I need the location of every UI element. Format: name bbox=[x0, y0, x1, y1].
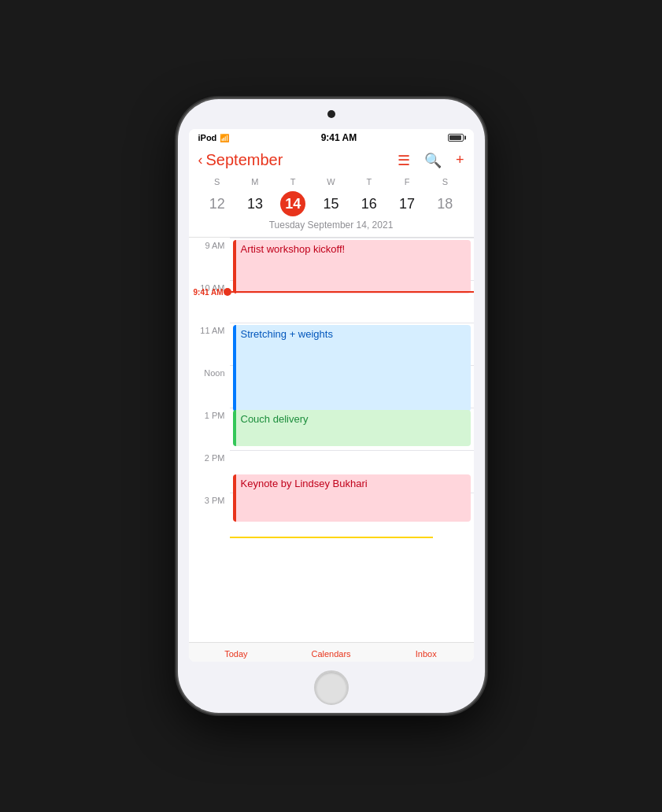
time-slot-1pm: 1 PM Couch delivery bbox=[189, 408, 474, 450]
search-icon[interactable]: 🔍 bbox=[424, 152, 442, 169]
timeline[interactable]: 9 AM Artist workshop kickoff! 9:41 AM 10… bbox=[189, 238, 474, 642]
yellow-line bbox=[230, 537, 433, 538]
tab-inbox-label: Inbox bbox=[416, 649, 437, 659]
tab-bar: Today Calendars Inbox bbox=[189, 642, 474, 662]
event-stretching[interactable]: Stretching + weights bbox=[233, 325, 471, 412]
tab-today-label: Today bbox=[224, 649, 247, 659]
header-top: ‹ September ☰ 🔍 + bbox=[198, 151, 464, 169]
date-18[interactable]: 18 bbox=[426, 191, 464, 216]
time-slot-9am: 9 AM Artist workshop kickoff! bbox=[189, 238, 474, 280]
header-actions: ☰ 🔍 + bbox=[398, 152, 464, 169]
date-13[interactable]: 13 bbox=[236, 191, 274, 216]
status-time: 9:41 AM bbox=[321, 132, 357, 143]
date-17[interactable]: 17 bbox=[388, 191, 426, 216]
time-label-2pm: 2 PM bbox=[189, 450, 230, 493]
tab-calendars[interactable]: Calendars bbox=[283, 648, 379, 659]
time-label-noon: Noon bbox=[189, 365, 230, 408]
day-label-thu: T bbox=[350, 175, 388, 188]
time-label-9am: 9 AM bbox=[189, 238, 230, 280]
device-model-label: iPod bbox=[198, 133, 217, 142]
screen: iPod 📶 9:41 AM ‹ September ☰ 🔍 + bbox=[189, 129, 474, 662]
time-content-2pm: Keynote by Lindsey Bukhari bbox=[230, 450, 474, 493]
list-icon[interactable]: ☰ bbox=[398, 152, 410, 169]
day-label-sat: S bbox=[426, 175, 464, 188]
status-right bbox=[448, 134, 464, 142]
current-time-label: 9:41 AM bbox=[189, 288, 227, 297]
time-slot-2pm: 2 PM Keynote by Lindsey Bukhari bbox=[189, 450, 474, 493]
calendar-header: ‹ September ☰ 🔍 + S M T W T F S bbox=[189, 146, 474, 238]
month-nav[interactable]: ‹ September bbox=[198, 151, 283, 169]
event-artist-workshop[interactable]: Artist workshop kickoff! bbox=[233, 240, 471, 293]
status-left: iPod 📶 bbox=[198, 133, 230, 142]
battery-icon bbox=[448, 134, 464, 142]
status-bar: iPod 📶 9:41 AM bbox=[189, 129, 474, 146]
week-dates-row: 12 13 14 15 16 17 18 bbox=[198, 191, 464, 216]
wifi-icon: 📶 bbox=[220, 134, 229, 142]
time-label-1pm: 1 PM bbox=[189, 408, 230, 450]
current-time-line bbox=[231, 291, 474, 293]
day-label-sun: S bbox=[198, 175, 236, 188]
date-16[interactable]: 16 bbox=[350, 191, 388, 216]
time-label-3pm: 3 PM bbox=[189, 493, 230, 535]
date-15[interactable]: 15 bbox=[312, 191, 349, 216]
tab-inbox[interactable]: Inbox bbox=[379, 648, 474, 659]
time-content-1pm: Couch delivery bbox=[230, 408, 474, 450]
device-camera bbox=[327, 110, 335, 118]
event-couch-delivery[interactable]: Couch delivery bbox=[233, 410, 471, 446]
time-label-10am: 10 AM bbox=[189, 280, 230, 323]
day-label-tue: T bbox=[274, 175, 312, 188]
event-keynote[interactable]: Keynote by Lindsey Bukhari bbox=[233, 474, 471, 522]
device: iPod 📶 9:41 AM ‹ September ☰ 🔍 + bbox=[178, 99, 485, 713]
date-12[interactable]: 12 bbox=[198, 191, 236, 216]
current-time-indicator: 9:41 AM bbox=[189, 288, 474, 296]
time-content-9am: Artist workshop kickoff! bbox=[230, 238, 474, 280]
tab-calendars-label: Calendars bbox=[311, 649, 350, 659]
home-button[interactable] bbox=[314, 670, 349, 705]
day-label-wed: W bbox=[312, 175, 349, 188]
day-label-mon: M bbox=[236, 175, 274, 188]
day-label-fri: F bbox=[388, 175, 426, 188]
time-label-11am: 11 AM bbox=[189, 323, 230, 365]
yellow-line-container bbox=[189, 537, 474, 541]
back-month-button[interactable]: ‹ bbox=[198, 152, 203, 168]
time-content-11am: Stretching + weights bbox=[230, 323, 474, 365]
date-14[interactable]: 14 bbox=[274, 191, 312, 216]
time-slot-11am: 11 AM Stretching + weights bbox=[189, 323, 474, 365]
tab-today[interactable]: Today bbox=[189, 648, 284, 659]
plus-icon[interactable]: + bbox=[456, 152, 464, 168]
week-days-row: S M T W T F S bbox=[198, 175, 464, 188]
month-label: September bbox=[206, 151, 283, 169]
selected-date-label: Tuesday September 14, 2021 bbox=[198, 220, 464, 234]
